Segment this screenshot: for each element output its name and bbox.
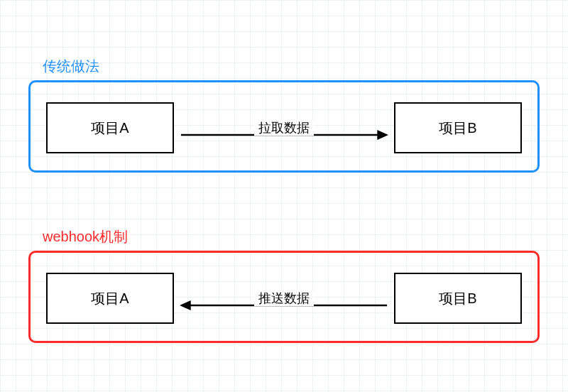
node-project-b-1: 项目B	[394, 102, 522, 153]
node-project-b-2: 项目B	[394, 273, 522, 324]
section-box-webhook: 项目A 推送数据 项目B	[28, 251, 540, 343]
node-project-a-1: 项目A	[46, 102, 174, 153]
arrow-label-push: 推送数据	[180, 290, 388, 307]
arrow-pull-data: 拉取数据	[180, 111, 388, 146]
node-project-a-2: 项目A	[46, 273, 174, 324]
section-traditional: 传统做法 项目A 拉取数据 项目B	[28, 57, 540, 173]
section-title-webhook: webhook机制	[28, 227, 540, 246]
section-title-traditional: 传统做法	[28, 57, 540, 76]
arrow-push-data: 推送数据	[180, 281, 388, 317]
arrow-label-pull: 拉取数据	[180, 119, 388, 136]
section-box-traditional: 项目A 拉取数据 项目B	[28, 80, 540, 173]
section-webhook: webhook机制 项目A 推送数据 项目B	[28, 227, 540, 343]
